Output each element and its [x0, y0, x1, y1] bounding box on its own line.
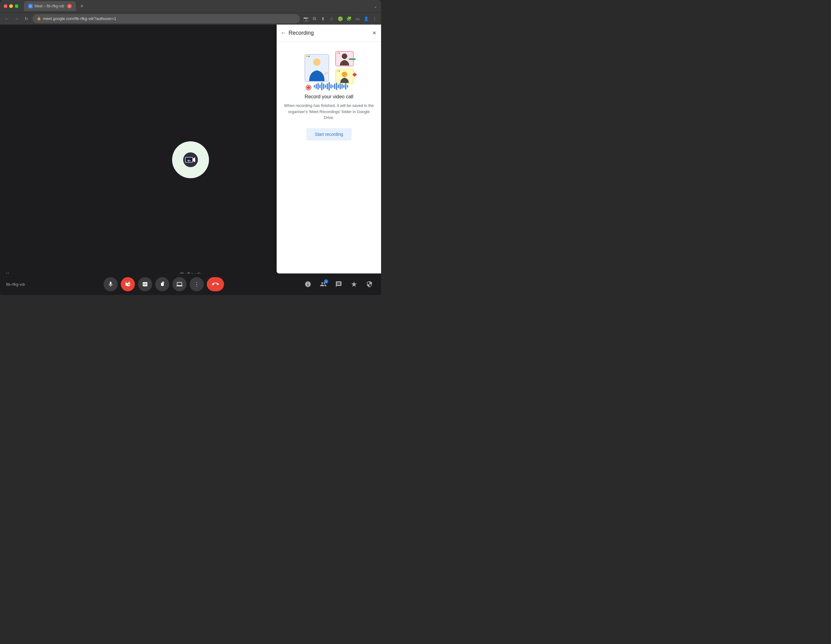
close-icon: × [373, 30, 376, 37]
controls-left: ftk-rfkg-vdr [6, 282, 25, 287]
pip-btn[interactable]: ⧉ [311, 15, 318, 22]
camera-off-button[interactable] [121, 277, 135, 291]
address-bar: ← → ↻ 🔒 meet.google.com/ftk-rfkg-vdr?aut… [0, 12, 381, 25]
activities-button[interactable] [349, 279, 360, 290]
share-btn[interactable]: ⬆ [320, 15, 326, 22]
chat-icon [335, 281, 342, 288]
content-area: ●●● ⋯ You ftk-rfkg-vdr ← Recording [0, 25, 381, 295]
captions-icon [142, 281, 148, 287]
svg-point-7 [342, 72, 347, 77]
more-options-ctrl-button[interactable]: ⋮ [189, 277, 204, 291]
safety-icon [366, 281, 373, 288]
illus-green-bar [349, 58, 355, 60]
menu-btn[interactable]: ⋮ [371, 15, 378, 22]
safety-button[interactable] [364, 279, 375, 290]
camera-browser-btn[interactable]: 📷 [302, 15, 309, 22]
tab-favicon: M [28, 4, 33, 8]
svg-line-5 [325, 70, 328, 74]
tab-title: Meet – ftk-rfkg-vdr [34, 4, 64, 8]
svg-point-4 [313, 58, 320, 66]
start-recording-button[interactable]: Start recording [306, 128, 352, 140]
back-button[interactable]: ← [3, 15, 10, 22]
present-icon [177, 281, 183, 287]
camera-off-icon [125, 281, 131, 287]
back-arrow-icon: ← [280, 30, 286, 36]
mic-button[interactable] [103, 277, 118, 291]
participants-badge: 1 [324, 279, 328, 284]
sidebar-btn[interactable]: ▭ [354, 15, 361, 22]
tab-close-button[interactable]: × [67, 4, 72, 8]
illus-waveform [307, 82, 351, 91]
forward-button[interactable]: → [13, 15, 20, 22]
panel-back-button[interactable]: ← [280, 30, 286, 36]
maximize-window-button[interactable] [15, 4, 18, 8]
video-area: ●●● ⋯ You ftk-rfkg-vdr ← Recording [0, 25, 381, 295]
new-tab-button[interactable]: + [78, 2, 86, 11]
captions-button[interactable] [138, 277, 152, 291]
end-call-button[interactable] [207, 277, 224, 291]
lock-icon: 🔒 [37, 17, 41, 21]
traffic-lights [4, 4, 18, 8]
extensions-btn[interactable]: 🧩 [345, 15, 352, 22]
panel-title: Recording [288, 30, 370, 36]
recording-description: When recording has finished, it will be … [283, 103, 375, 121]
title-bar: M Meet – ftk-rfkg-vdr × + ⌄ [0, 0, 381, 12]
profile-btn[interactable]: 👤 [363, 15, 369, 22]
recording-heading: Record your video call [304, 94, 353, 100]
svg-text:●●●: ●●● [188, 160, 191, 162]
close-window-button[interactable] [4, 4, 7, 8]
end-call-icon [212, 281, 219, 288]
info-icon [304, 281, 311, 288]
present-button[interactable] [172, 277, 186, 291]
active-tab[interactable]: M Meet – ftk-rfkg-vdr × [24, 1, 76, 11]
url-bar[interactable]: 🔒 meet.google.com/ftk-rfkg-vdr?authuser=… [33, 14, 300, 23]
refresh-button[interactable]: ↻ [23, 15, 30, 22]
mic-icon [108, 281, 114, 287]
panel-body: Record your video call When recording ha… [277, 42, 381, 274]
meeting-id-display: ftk-rfkg-vdr [6, 282, 25, 287]
minimize-window-button[interactable] [9, 4, 13, 8]
svg-point-6 [342, 54, 347, 59]
chat-button[interactable] [333, 279, 344, 290]
controls-right: 1 [302, 279, 375, 290]
activities-icon [351, 281, 357, 288]
illus-main-person [304, 54, 329, 82]
recording-panel: ← Recording × [277, 25, 381, 274]
url-text: meet.google.com/ftk-rfkg-vdr?authuser=1 [43, 16, 116, 21]
bookmark-btn[interactable]: ☆ [328, 15, 335, 22]
panel-close-button[interactable]: × [373, 30, 376, 37]
more-dots-icon: ⋮ [194, 281, 199, 287]
hand-icon [159, 281, 166, 287]
panel-header: ← Recording × [277, 25, 381, 42]
browser-frame: M Meet – ftk-rfkg-vdr × + ⌄ ← → ↻ 🔒 meet… [0, 0, 381, 295]
raise-hand-button[interactable] [155, 277, 169, 291]
participants-button[interactable]: 1 [318, 279, 329, 290]
recording-illustration [298, 48, 360, 94]
browser-actions: 📷 ⧉ ⬆ ☆ 🟢 🧩 ▭ 👤 ⋮ [302, 15, 378, 22]
info-button[interactable] [302, 279, 314, 290]
extension-green-btn[interactable]: 🟢 [337, 15, 344, 22]
participant-avatar: ●●● [172, 142, 209, 178]
controls-bar: ftk-rfkg-vdr [0, 274, 381, 295]
collapse-button[interactable]: ⌄ [374, 4, 377, 9]
camera-icon: ●●● [181, 151, 200, 169]
controls-center: ⋮ [103, 277, 224, 291]
tab-bar: M Meet – ftk-rfkg-vdr × + [24, 1, 371, 11]
